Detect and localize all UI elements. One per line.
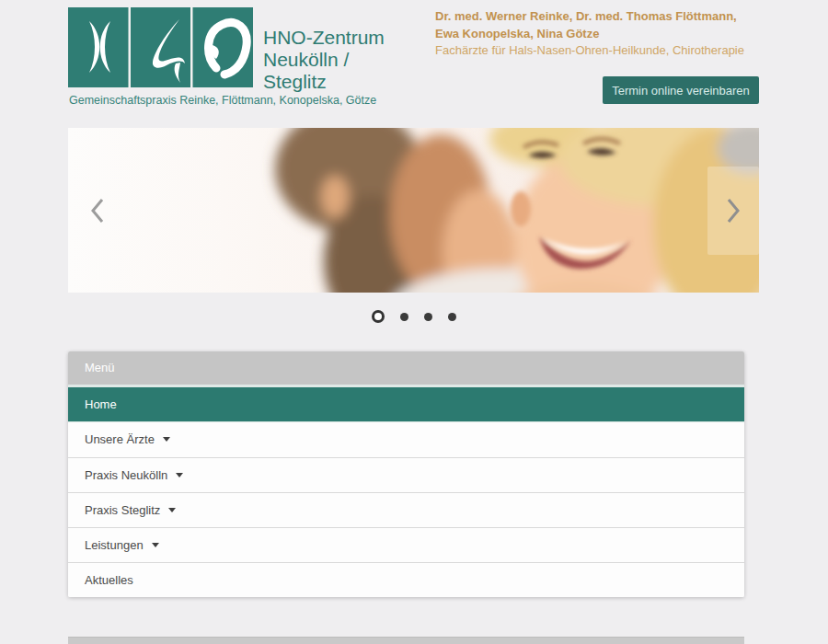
menu-item-home[interactable]: Home (68, 385, 744, 422)
carousel-next-button[interactable] (707, 167, 759, 255)
menu-item-label: Praxis Neukölln (85, 468, 167, 482)
page-title: HNO-Zentrum Neukölln / Steglitz (263, 27, 399, 93)
menu-item-label: Home (85, 397, 117, 411)
menu-toggle-header[interactable]: Menü (68, 351, 744, 385)
carousel-dot-3[interactable] (424, 313, 432, 321)
carousel-photo (68, 128, 759, 293)
dropdown-caret-icon (163, 437, 170, 442)
menu-item-aktuelles[interactable]: Aktuelles (68, 562, 744, 597)
menu-item-label: Unsere Ärzte (85, 432, 155, 446)
next-section-top-bar (68, 637, 744, 644)
carousel-pagination (68, 310, 759, 323)
dropdown-caret-icon (152, 543, 159, 547)
menu-item-praxis-steglitz[interactable]: Praxis Steglitz (68, 492, 744, 527)
menu-item-unsere-aerzte[interactable]: Unsere Ärzte (68, 422, 744, 457)
carousel-dot-4[interactable] (448, 313, 456, 321)
doctors-names: Dr. med. Werner Reinke, Dr. med. Thomas … (435, 8, 739, 42)
chevron-left-icon (89, 197, 106, 224)
menu-item-praxis-neukoelln[interactable]: Praxis Neukölln (68, 457, 744, 492)
appointment-button[interactable]: Termin online vereinbaren (603, 76, 759, 104)
hero-carousel (68, 128, 759, 293)
menu-item-label: Aktuelles (85, 573, 133, 587)
dropdown-caret-icon (168, 508, 176, 512)
menu-item-label: Praxis Steglitz (85, 503, 160, 517)
carousel-prev-button[interactable] (72, 167, 123, 255)
specialty-text: Fachärzte für Hals-Nasen-Ohren-Heilkunde… (435, 43, 748, 57)
carousel-dot-2[interactable] (400, 313, 408, 321)
brand-subtitle: Gemeinschaftspraxis Reinke, Flöttmann, K… (69, 94, 455, 107)
menu-item-label: Leistungen (85, 538, 144, 552)
chevron-right-icon (725, 197, 742, 224)
logo-graphic (68, 7, 253, 87)
menu-item-leistungen[interactable]: Leistungen (68, 527, 744, 562)
main-menu: Menü Home Unsere Ärzte Praxis Neukölln P… (68, 351, 744, 597)
carousel-dot-1[interactable] (372, 310, 385, 323)
dropdown-caret-icon (176, 473, 183, 477)
practice-logo[interactable] (68, 7, 253, 87)
